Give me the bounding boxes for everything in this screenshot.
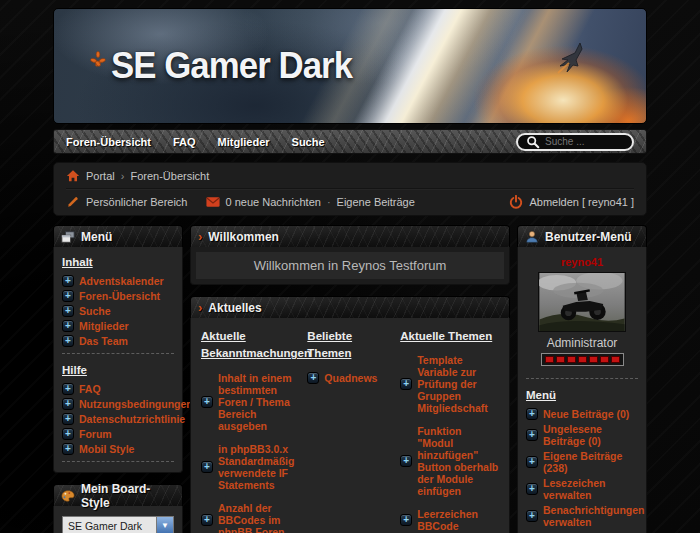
board-style-select[interactable]: SE Gamer Dark ▼	[62, 516, 174, 533]
user-avatar[interactable]	[538, 272, 626, 332]
welcome-message: Willkommen in Reynos Testforum	[196, 252, 504, 279]
own-posts-link[interactable]: Eigene Beiträge	[337, 196, 415, 208]
search-box[interactable]	[516, 133, 634, 151]
breadcrumb-separator: ›	[121, 170, 125, 182]
plus-bullet-icon: +	[201, 396, 213, 408]
welcome-header: › Willkommen	[190, 225, 510, 247]
plus-bullet-icon: +	[62, 335, 74, 347]
list-item: +in phpBB3.0.x Standardmäßig verwendete …	[201, 443, 295, 491]
user-menu-link[interactable]: Eigene Beiträge (238)	[543, 450, 638, 474]
topic-link[interactable]: Quadnews	[324, 372, 377, 384]
menu-link[interactable]: Forum	[79, 428, 112, 440]
personal-area-link[interactable]: Persönlicher Bereich	[86, 196, 188, 208]
breadcrumb: Portal › Foren-Übersicht	[66, 163, 634, 189]
list-item: +Neue Beiträge (0)	[526, 408, 638, 420]
menu-link[interactable]: Das Team	[79, 335, 128, 347]
user-role: Administrator	[526, 336, 638, 350]
rank-square	[589, 356, 598, 363]
plus-bullet-icon: +	[400, 455, 412, 467]
logout-link[interactable]: Abmelden [ reyno41 ]	[529, 196, 634, 208]
dashed-divider	[62, 461, 174, 462]
plus-bullet-icon: +	[62, 275, 74, 287]
breadcrumb-current-link[interactable]: Foren-Übersicht	[130, 170, 209, 182]
forum-page: SE Gamer Dark Foren-ÜbersichtFAQMitglied…	[0, 0, 700, 533]
menu-panel-title: Menü	[81, 230, 112, 244]
announcements-column: Aktuelle Bekanntmachungen +Inhalt in ein…	[201, 328, 295, 533]
nav-link[interactable]: Suche	[292, 136, 325, 148]
board-style-selected-value: SE Gamer Dark	[68, 520, 142, 532]
recent-topics-column: Aktuelle Themen +Template Variable zur P…	[400, 328, 499, 533]
user-menu-link[interactable]: Lesezeichen verwalten	[543, 477, 638, 501]
recent-topics-heading: Aktuelle Themen	[400, 328, 499, 345]
home-icon	[66, 169, 80, 183]
dot-separator: ·	[327, 196, 331, 208]
plus-bullet-icon: +	[62, 320, 74, 332]
list-item: +Suche	[62, 305, 174, 317]
menu-panel: Menü Inhalt +Adventskalender+Foren-Übers…	[53, 225, 183, 473]
breadcrumb-portal-link[interactable]: Portal	[86, 170, 115, 182]
list-item: +Template Variable zur Prüfung der Grupp…	[400, 354, 499, 414]
list-item: +Eigene Beiträge (238)	[526, 450, 638, 474]
plus-bullet-icon: +	[526, 408, 538, 420]
list-item: +Leerzeichen BBCode	[400, 508, 499, 532]
topic-link[interactable]: Funktion "Modul hinzufügen" Button oberh…	[417, 425, 499, 497]
section-title-hilfe: Hilfe	[62, 364, 174, 376]
user-menu-link[interactable]: Ungelesene Beiträge (0)	[543, 423, 638, 447]
dashed-divider	[62, 353, 174, 354]
menu-link[interactable]: Adventskalender	[79, 275, 164, 287]
search-icon	[526, 135, 540, 149]
news-header: › Aktuelles	[190, 296, 510, 318]
menu-link[interactable]: Mobil Style	[79, 443, 134, 455]
topic-link[interactable]: in phpBB3.0.x Standardmäßig verwendete I…	[218, 443, 295, 491]
menu-link[interactable]: Mitglieder	[79, 320, 129, 332]
plus-bullet-icon: +	[62, 305, 74, 317]
announcements-heading: Aktuelle Bekanntmachungen	[201, 328, 295, 363]
user-links-bar: Persönlicher Bereich 0 neue Nachrichten …	[66, 189, 634, 215]
menu-link[interactable]: FAQ	[79, 383, 101, 395]
list-item: +Das Team	[62, 335, 174, 347]
chevron-down-icon: ▼	[156, 517, 173, 533]
menu-link[interactable]: Suche	[79, 305, 111, 317]
plus-bullet-icon: +	[62, 413, 74, 425]
window-icon	[61, 230, 75, 244]
plus-bullet-icon: +	[526, 510, 538, 522]
site-title: SE Gamer Dark	[111, 45, 352, 87]
welcome-title: Willkommen	[208, 230, 279, 244]
envelope-icon	[206, 195, 220, 209]
user-menu-link[interactable]: Neue Beiträge (0)	[543, 408, 629, 420]
welcome-panel: › Willkommen Willkommen in Reynos Testfo…	[190, 225, 510, 285]
username[interactable]: reyno41	[526, 256, 638, 268]
menu-link[interactable]: Foren-Übersicht	[79, 290, 160, 302]
plus-bullet-icon: +	[526, 429, 538, 441]
main-navigation: Foren-ÜbersichtFAQMitgliederSuche	[53, 129, 647, 154]
plus-bullet-icon: +	[62, 443, 74, 455]
announcements-list: +Inhalt in einem bestimmten Foren / Them…	[201, 372, 295, 533]
menu-link[interactable]: Datenschutzrichtlinie	[79, 413, 185, 425]
user-menu-link[interactable]: Benachrichtigungen verwalten	[543, 504, 645, 528]
plus-bullet-icon: +	[526, 483, 538, 495]
center-column: › Willkommen Willkommen in Reynos Testfo…	[190, 225, 510, 533]
list-item: +Mitglieder	[62, 320, 174, 332]
rank-square	[567, 356, 576, 363]
inhalt-link-list: +Adventskalender+Foren-Übersicht+Suche+M…	[62, 275, 174, 347]
nav-link[interactable]: FAQ	[173, 136, 196, 148]
rank-square	[545, 356, 554, 363]
list-item: +Forum	[62, 428, 174, 440]
rank-badge	[541, 353, 624, 366]
plus-bullet-icon: +	[62, 290, 74, 302]
list-item: +Datenschutzrichtlinie	[62, 413, 174, 425]
search-input[interactable]	[545, 136, 627, 147]
topic-link[interactable]: Inhalt in einem bestimmten Foren / Thema…	[218, 372, 295, 432]
nav-link[interactable]: Mitglieder	[218, 136, 270, 148]
rank-square	[578, 356, 587, 363]
menu-link[interactable]: Nutzungsbedingungen	[79, 398, 193, 410]
plus-bullet-icon: +	[400, 514, 412, 526]
news-title: Aktuelles	[208, 301, 261, 315]
new-messages-link[interactable]: 0 neue Nachrichten	[226, 196, 321, 208]
list-item: +Foren-Übersicht	[62, 290, 174, 302]
topic-link[interactable]: Leerzeichen BBCode	[417, 508, 499, 532]
topic-link[interactable]: Template Variable zur Prüfung der Gruppe…	[417, 354, 499, 414]
arrow-icon: ›	[198, 230, 202, 243]
topic-link[interactable]: Anzahl der BBCodes im phpBB Foren	[218, 502, 295, 533]
nav-link[interactable]: Foren-Übersicht	[66, 136, 151, 148]
